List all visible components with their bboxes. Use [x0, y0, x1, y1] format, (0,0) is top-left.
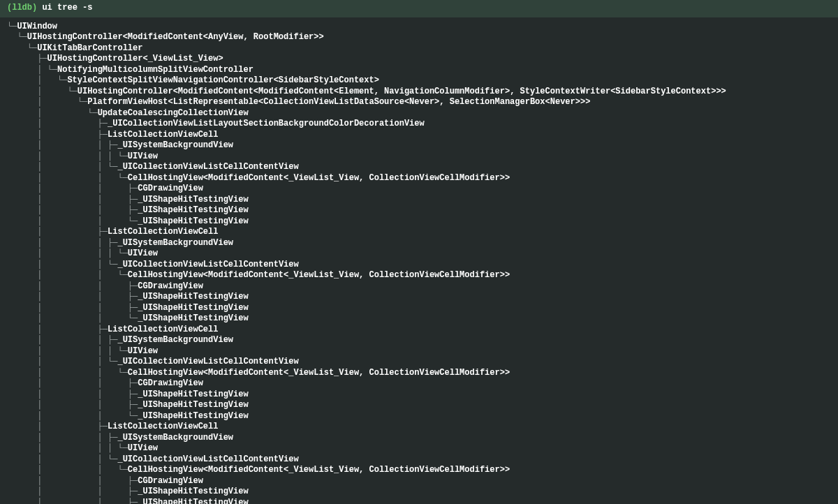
tree-connector: └─ — [7, 22, 17, 31]
tree-connector: │ │ ├─ — [7, 281, 138, 291]
tree-line: │ │ ├─_UISystemBackgroundView — [7, 335, 831, 346]
tree-connector: │ │ ├─ — [7, 390, 138, 399]
tree-node-label: ListCollectionViewCell — [108, 130, 218, 140]
tree-node-label: _UICollectionViewListCellContentView — [117, 260, 298, 269]
tree-connector: │ └─ — [7, 108, 98, 118]
tree-line: │ ├─_UICollectionViewListLayoutSectionBa… — [7, 119, 831, 130]
tree-connector: │ │ ├─ — [7, 476, 138, 486]
tree-line: ├─UIHostingController<_ViewList_View> — [7, 54, 831, 65]
tree-connector: │ │ ├─ — [7, 335, 117, 345]
tree-line: │ │ ├─_UISystemBackgroundView — [7, 433, 831, 444]
tree-line: │ │ └─_UIShapeHitTestingView — [7, 411, 831, 422]
tree-connector: │ ├─ — [7, 130, 108, 140]
tree-connector: │ │ └─ — [7, 357, 117, 366]
tree-line: │ ├─ListCollectionViewCell — [7, 130, 831, 141]
tree-line: │ │ │ └─UIView — [7, 443, 831, 454]
tree-line: │ │ ├─_UIShapeHitTestingView — [7, 390, 831, 401]
tree-node-label: NotifyingMulticolumnSplitViewController — [57, 65, 253, 75]
tree-node-label: CellHostingView<ModifiedContent<_ViewLis… — [128, 465, 510, 475]
tree-connector: │ └─ — [7, 97, 87, 107]
tree-node-label: UIView — [128, 346, 158, 356]
tree-node-label: _UIShapeHitTestingView — [138, 292, 248, 302]
tree-line: │ │ ├─CGDrawingView — [7, 184, 831, 195]
tree-connector: │ │ └─ — [7, 216, 138, 226]
tree-line: │ │ ├─_UIShapeHitTestingView — [7, 400, 831, 411]
tree-node-label: ListCollectionViewCell — [108, 325, 218, 334]
tree-line: │ └─UpdateCoalescingCollectionView — [7, 108, 831, 119]
tree-connector: │ │ ├─ — [7, 184, 138, 193]
tree-line: └─UIWindow — [7, 22, 831, 33]
tree-node-label: UIHostingController<ModifiedContent<AnyV… — [27, 32, 324, 42]
tree-line: │ │ └─CellHostingView<ModifiedContent<_V… — [7, 270, 831, 281]
tree-line: │ │ └─_UICollectionViewListCellContentVi… — [7, 260, 831, 271]
tree-connector: │ │ │ └─ — [7, 443, 128, 453]
tree-node-label: UIView — [128, 249, 158, 258]
tree-line: │ │ └─_UICollectionViewListCellContentVi… — [7, 454, 831, 466]
lldb-command-text: ui tree -s — [42, 3, 92, 13]
tree-node-label: UIWindow — [17, 22, 57, 31]
tree-node-label: _UIShapeHitTestingView — [138, 498, 248, 505]
tree-line: │ │ │ └─UIView — [7, 346, 831, 357]
tree-line: │ │ └─_UIShapeHitTestingView — [7, 313, 831, 325]
tree-node-label: UIHostingController<ModifiedContent<Modi… — [78, 87, 726, 96]
tree-connector: │ └─ — [7, 65, 57, 75]
tree-line: │ │ └─CellHostingView<ModifiedContent<_V… — [7, 173, 831, 184]
tree-connector: │ │ ├─ — [7, 303, 138, 313]
tree-line: │ │ ├─_UIShapeHitTestingView — [7, 195, 831, 206]
tree-connector: │ │ └─ — [7, 162, 117, 172]
tree-node-label: _UICollectionViewListCellContentView — [117, 357, 298, 366]
tree-node-label: CGDrawingView — [138, 281, 203, 291]
tree-node-label: CellHostingView<ModifiedContent<_ViewLis… — [128, 173, 510, 183]
tree-connector: └─ — [7, 32, 27, 42]
tree-node-label: ListCollectionViewCell — [108, 227, 218, 237]
tree-node-label: _UIShapeHitTestingView — [138, 487, 248, 496]
tree-line: │ │ ├─_UIShapeHitTestingView — [7, 303, 831, 314]
tree-line: │ │ ├─CGDrawingView — [7, 378, 831, 390]
tree-node-label: _UISystemBackgroundView — [117, 433, 233, 443]
tree-connector: │ │ └─ — [7, 411, 138, 421]
tree-connector: │ │ │ └─ — [7, 249, 128, 258]
tree-connector: │ │ └─ — [7, 368, 128, 378]
tree-connector: │ ├─ — [7, 227, 108, 237]
tree-node-label: CellHostingView<ModifiedContent<_ViewLis… — [128, 270, 510, 280]
tree-line: │ │ └─CellHostingView<ModifiedContent<_V… — [7, 368, 831, 379]
tree-node-label: CGDrawingView — [138, 476, 203, 486]
tree-connector: │ │ │ └─ — [7, 151, 128, 161]
tree-line: │ └─PlatformViewHost<ListRepresentable<C… — [7, 97, 831, 108]
tree-node-label: _UICollectionViewListCellContentView — [117, 162, 298, 172]
tree-line: │ │ ├─_UIShapeHitTestingView — [7, 498, 831, 505]
tree-node-label: UIView — [128, 443, 158, 453]
tree-connector: ├─ — [7, 54, 47, 64]
tree-node-label: _UISystemBackgroundView — [117, 140, 233, 150]
tree-node-label: _UIShapeHitTestingView — [138, 216, 248, 226]
tree-connector: │ │ ├─ — [7, 487, 138, 496]
lldb-prompt-bar[interactable]: (lldb) ui tree -s — [0, 0, 838, 17]
tree-node-label: _UIShapeHitTestingView — [138, 195, 248, 205]
tree-line: │ └─StyleContextSplitViewNavigationContr… — [7, 75, 831, 87]
tree-node-label: _UISystemBackgroundView — [117, 238, 233, 248]
tree-connector: │ │ ├─ — [7, 378, 138, 388]
tree-connector: │ │ └─ — [7, 173, 128, 183]
tree-line: │ ├─ListCollectionViewCell — [7, 422, 831, 433]
tree-connector: │ │ ├─ — [7, 498, 138, 505]
tree-connector: │ ├─ — [7, 422, 108, 431]
tree-line: │ │ ├─_UIShapeHitTestingView — [7, 487, 831, 498]
tree-connector: │ ├─ — [7, 325, 108, 334]
tree-line: │ │ ├─CGDrawingView — [7, 281, 831, 292]
tree-line: │ ├─ListCollectionViewCell — [7, 227, 831, 238]
tree-line: │ │ ├─_UIShapeHitTestingView — [7, 205, 831, 216]
tree-node-label: _UIShapeHitTestingView — [138, 303, 248, 313]
tree-line: │ ├─ListCollectionViewCell — [7, 325, 831, 336]
tree-node-label: _UISystemBackgroundView — [117, 335, 233, 345]
tree-node-label: _UICollectionViewListCellContentView — [117, 454, 298, 464]
tree-node-label: _UICollectionViewListLayoutSectionBackgr… — [108, 119, 425, 128]
tree-line: │ │ └─_UICollectionViewListCellContentVi… — [7, 162, 831, 173]
tree-connector: └─ — [7, 43, 37, 53]
tree-node-label: _UIShapeHitTestingView — [138, 205, 248, 215]
tree-line: │ └─UIHostingController<ModifiedContent<… — [7, 87, 831, 98]
tree-connector: │ │ │ └─ — [7, 346, 128, 356]
tree-connector: │ │ ├─ — [7, 292, 138, 302]
tree-node-label: StyleContextSplitViewNavigationControlle… — [67, 75, 378, 85]
tree-node-label: _UIShapeHitTestingView — [138, 411, 248, 421]
tree-connector: │ │ └─ — [7, 465, 128, 475]
